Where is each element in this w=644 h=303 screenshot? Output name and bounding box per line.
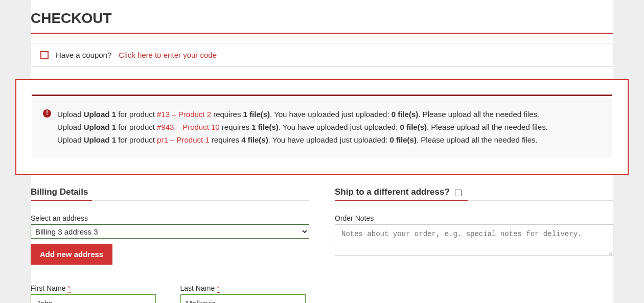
first-name-field[interactable]	[31, 294, 156, 303]
product-link[interactable]: #13 – Product 2	[157, 110, 211, 119]
first-name-label: First Name *	[31, 284, 160, 292]
coupon-prompt: Have a coupon?	[56, 51, 111, 59]
error-messages: ! Upload Upload 1 for product #13 – Prod…	[32, 95, 612, 158]
coupon-banner: Have a coupon? Click here to enter your …	[31, 43, 613, 67]
error-line: Upload Upload 1 for product #943 – Produ…	[57, 121, 600, 134]
error-line: Upload Upload 1 for product pr1 – Produc…	[57, 134, 600, 147]
alert-icon: !	[43, 109, 51, 118]
billing-heading: Billing Details	[31, 187, 309, 201]
last-name-label: Last Name *	[180, 284, 310, 292]
shipping-column: Ship to a different address? Order Notes	[335, 187, 613, 303]
page-title: CHECKOUT	[31, 10, 613, 34]
shipping-heading: Ship to a different address?	[335, 187, 613, 201]
error-highlight-frame: ! Upload Upload 1 for product #13 – Prod…	[15, 79, 629, 175]
select-address-label: Select an address	[31, 214, 309, 222]
add-address-button[interactable]: Add new address	[31, 244, 112, 265]
product-link[interactable]: #943 – Product 10	[157, 123, 220, 131]
coupon-icon	[40, 51, 49, 59]
order-notes-label: Order Notes	[335, 214, 613, 222]
error-line: Upload Upload 1 for product #13 – Produc…	[57, 108, 600, 121]
billing-column: Billing Details Select an address Billin…	[31, 187, 309, 303]
ship-different-checkbox[interactable]	[455, 190, 462, 196]
product-link[interactable]: pr1 – Product 1	[157, 135, 210, 144]
coupon-link[interactable]: Click here to enter your code	[119, 51, 217, 59]
last-name-field[interactable]	[180, 294, 306, 303]
order-notes-field[interactable]	[335, 224, 613, 256]
address-select[interactable]: Billing 3 address 3	[31, 224, 309, 239]
